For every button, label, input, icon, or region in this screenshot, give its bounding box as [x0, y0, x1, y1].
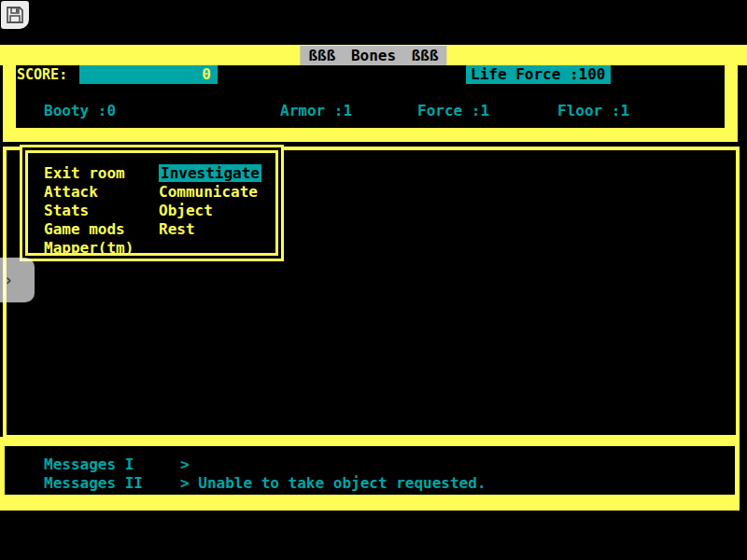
menu-item-communicate[interactable]: Communicate: [159, 183, 258, 201]
game-title: ßßß Bones ßßß: [300, 46, 446, 65]
bottom-border-band: [0, 495, 740, 511]
mid-border-band: [0, 437, 740, 446]
hud-bottom-border: [3, 128, 738, 142]
messages-right-border: [735, 446, 740, 495]
score-value: 0: [202, 65, 211, 83]
messages-2-label: Messages II: [44, 475, 143, 492]
menu-item-game-mods[interactable]: Game mods: [44, 220, 125, 238]
hud-right-border: [725, 65, 738, 128]
score-label: SCORE:: [17, 66, 67, 84]
menu-item-exit-room[interactable]: Exit room: [44, 164, 125, 182]
game-screen: › ßßß Bones ßßß SCORE: 0 Life Force :100…: [0, 0, 747, 560]
menu-item-object[interactable]: Object: [159, 202, 213, 219]
stat-booty: Booty :0: [44, 103, 116, 119]
menu-item-stats[interactable]: Stats: [44, 202, 89, 219]
life-force-badge: Life Force :100: [466, 65, 611, 84]
menu-item-rest[interactable]: Rest: [159, 220, 195, 238]
save-button[interactable]: [1, 1, 29, 29]
menu-item-mapper[interactable]: Mapper(tm): [44, 239, 134, 257]
messages-2-text: > Unable to take object requested.: [180, 475, 486, 492]
menu-item-investigate[interactable]: Investigate: [159, 164, 261, 182]
floppy-disk-icon: [6, 6, 24, 24]
messages-left-border: [0, 446, 5, 495]
messages-1-label: Messages I: [44, 456, 134, 473]
chevron-right-icon: ›: [4, 271, 13, 289]
stat-floor: Floor :1: [557, 103, 629, 119]
stat-armor: Armor :1: [280, 103, 352, 119]
stat-force: Force :1: [417, 103, 489, 119]
hud-left-border: [3, 65, 16, 128]
command-menu: Exit room Attack Stats Game mods Mapper(…: [20, 145, 284, 261]
menu-item-attack[interactable]: Attack: [44, 183, 98, 201]
command-menu-inner-border: Exit room Attack Stats Game mods Mapper(…: [25, 150, 278, 256]
messages-1-text: >: [180, 456, 190, 473]
score-bar: 0: [79, 65, 218, 84]
panel-toggle-tab[interactable]: ›: [0, 258, 35, 302]
